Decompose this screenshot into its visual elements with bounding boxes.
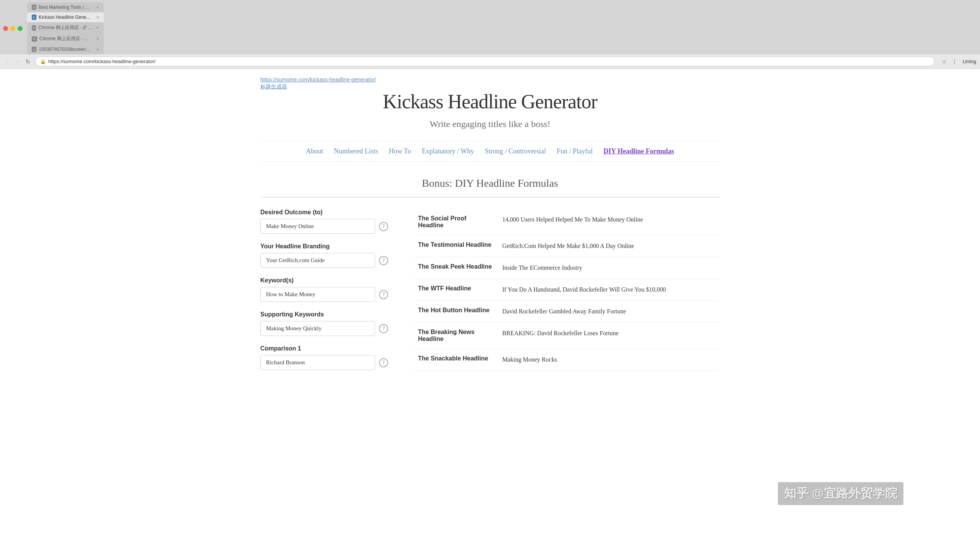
window-controls	[3, 26, 23, 31]
desired-outcome-row: ?	[260, 219, 390, 234]
comparison1-row: ?	[260, 355, 390, 370]
breadcrumb-link[interactable]: https://sumome.com/kickass-headline-gene…	[260, 77, 720, 83]
keywords-row: ?	[260, 287, 390, 302]
main-content: Desired Outcome (to) ? Your Headline Bra…	[260, 209, 720, 379]
breadcrumb-chinese[interactable]: 标题生成器	[260, 83, 720, 90]
lock-icon: 🔒	[40, 59, 46, 64]
browser-tab-tab1[interactable]: SBest Marketing Tools | SEO T...✕	[27, 2, 104, 12]
headline-result: BREAKING: David Rockefeller Loses Fortun…	[498, 323, 720, 349]
back-button[interactable]: ←	[4, 57, 12, 66]
browser-tab-tab3[interactable]: CChrome 网上应用店 - 扩展程序...✕	[27, 22, 104, 33]
supporting-keywords-input[interactable]	[260, 321, 375, 336]
results-table: The Social Proof Headline 14,000 Users H…	[413, 209, 720, 371]
minimize-button[interactable]	[10, 26, 15, 31]
headline-result: Making Money Rocks	[498, 349, 720, 371]
table-row: The Breaking News Headline BREAKING: Dav…	[413, 323, 720, 349]
form-section: Desired Outcome (to) ? Your Headline Bra…	[260, 209, 390, 379]
nav-buttons: ← → ↻	[4, 57, 32, 66]
browser-tab-tab2[interactable]: KKickass Headline Generator f...✕	[27, 12, 104, 22]
content-divider	[260, 197, 720, 197]
headline-type: The Testimonial Headline	[413, 235, 498, 257]
user-name: Liming	[963, 59, 976, 64]
desired-outcome-input[interactable]	[260, 219, 375, 234]
supporting-keywords-help[interactable]: ?	[379, 324, 388, 333]
desired-outcome-group: Desired Outcome (to) ?	[260, 209, 390, 234]
keywords-group: Keyword(s) ?	[260, 277, 390, 302]
headline-type: The WTF Headline	[413, 279, 498, 301]
browser-tab-tab4[interactable]: CChrome 网上应用店 - 翻译✕	[27, 33, 104, 44]
maximize-button[interactable]	[18, 26, 23, 31]
main-navigation: About Numbered Lists How To Explanatory …	[260, 141, 720, 162]
breadcrumb: https://sumome.com/kickass-headline-gene…	[260, 77, 720, 90]
branding-label: Your Headline Branding	[260, 243, 390, 250]
tab-bar: SBest Marketing Tools | SEO T...✕KKickas…	[0, 0, 980, 54]
table-row: The Sneak Peek Headline Inside The EComm…	[413, 257, 720, 279]
supporting-keywords-row: ?	[260, 321, 390, 336]
nav-numbered-lists[interactable]: Numbered Lists	[334, 147, 378, 155]
table-row: The Snackable Headline Making Money Rock…	[413, 349, 720, 371]
branding-group: Your Headline Branding ?	[260, 243, 390, 268]
more-icon[interactable]: ⋮	[951, 58, 958, 65]
branding-input[interactable]	[260, 253, 375, 268]
nav-diy-headline-formulas[interactable]: DIY Headline Formulas	[603, 147, 674, 155]
browser-chrome: SBest Marketing Tools | SEO T...✕KKickas…	[0, 0, 980, 69]
headline-result: 14,000 Users Helped Helped Me To Make Mo…	[498, 209, 720, 235]
browser-tab-tab5[interactable]: 11503974670338screensave...✕	[27, 44, 104, 54]
table-row: The Hot Button Headline David Rockefelle…	[413, 301, 720, 323]
page-subtitle: Write engaging titles like a boss!	[260, 119, 720, 129]
nav-explanatory-why[interactable]: Explanatory / Why	[422, 147, 474, 155]
bookmark-icon[interactable]: ☆	[941, 58, 948, 65]
toolbar-icons: ☆ ⋮	[941, 58, 958, 65]
headline-result: David Rockefeller Gambled Away Family Fo…	[498, 301, 720, 323]
table-row: The Testimonial Headline GetRich.Com Hel…	[413, 235, 720, 257]
keywords-input[interactable]	[260, 287, 375, 302]
headline-type: The Snackable Headline	[413, 349, 498, 371]
results-section: The Social Proof Headline 14,000 Users H…	[413, 209, 720, 371]
headline-type: The Hot Button Headline	[413, 301, 498, 323]
nav-fun-playful[interactable]: Fun / Playful	[557, 147, 593, 155]
headline-type: The Social Proof Headline	[413, 209, 498, 235]
supporting-keywords-group: Supporting Keywords ?	[260, 311, 390, 336]
keywords-help[interactable]: ?	[379, 290, 388, 299]
url-bar[interactable]: 🔒 https://sumome.com/kickass-headline-ge…	[35, 57, 934, 66]
reload-button[interactable]: ↻	[24, 57, 32, 66]
keywords-label: Keyword(s)	[260, 277, 390, 284]
nav-how-to[interactable]: How To	[389, 147, 411, 155]
supporting-keywords-label: Supporting Keywords	[260, 311, 390, 318]
headline-type: The Sneak Peek Headline	[413, 257, 498, 279]
comparison1-input[interactable]	[260, 355, 375, 370]
headline-result: GetRich.Com Helped Me Make $1,000 A Day …	[498, 235, 720, 257]
branding-row: ?	[260, 253, 390, 268]
desired-outcome-label: Desired Outcome (to)	[260, 209, 390, 216]
headline-type: The Breaking News Headline	[413, 323, 498, 349]
nav-strong-controversial[interactable]: Strong / Controversial	[485, 147, 546, 155]
table-row: The WTF Headline If You Do A Handstand, …	[413, 279, 720, 301]
headline-result: If You Do A Handstand, David Rockefeller…	[498, 279, 720, 301]
close-button[interactable]	[3, 26, 8, 31]
address-bar: ← → ↻ 🔒 https://sumome.com/kickass-headl…	[0, 54, 980, 68]
desired-outcome-help[interactable]: ?	[379, 222, 388, 231]
table-row: The Social Proof Headline 14,000 Users H…	[413, 209, 720, 235]
comparison1-help[interactable]: ?	[379, 358, 388, 367]
branding-help[interactable]: ?	[379, 256, 388, 265]
forward-button[interactable]: →	[14, 57, 22, 66]
comparison1-label: Comparison 1	[260, 345, 390, 352]
comparison1-group: Comparison 1 ?	[260, 345, 390, 370]
headline-result: Inside The ECommerce Industry	[498, 257, 720, 279]
page-wrapper: https://sumome.com/kickass-headline-gene…	[245, 69, 735, 387]
nav-about[interactable]: About	[306, 147, 323, 155]
page-title: Kickass Headline Generator	[260, 90, 720, 113]
section-title: Bonus: DIY Headline Formulas	[260, 177, 720, 189]
tab-bar-tabs: SBest Marketing Tools | SEO T...✕KKickas…	[27, 2, 104, 54]
url-text: https://sumome.com/kickass-headline-gene…	[48, 59, 155, 64]
